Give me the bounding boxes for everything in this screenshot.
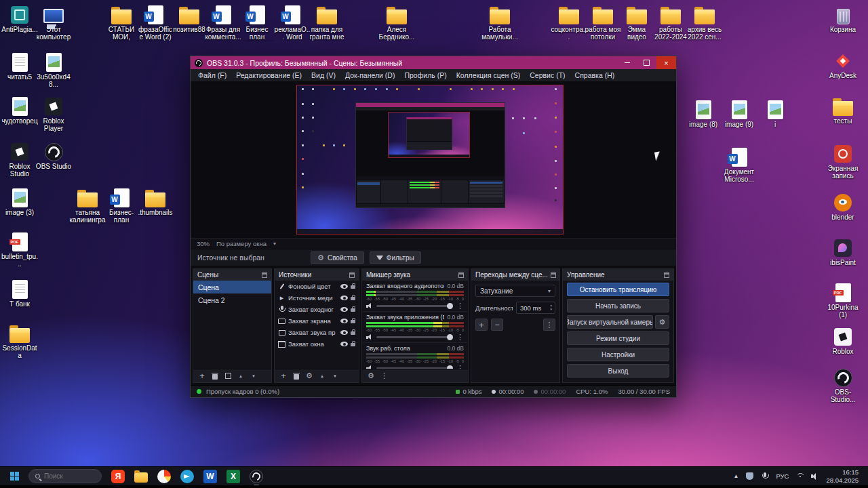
desktop-icon-roblox-player[interactable]: Roblox Player (35, 96, 72, 132)
desktop-icon-roblox[interactable]: Roblox (825, 326, 861, 355)
desktop-icon-recycle-bin[interactable]: Корзина (825, 4, 861, 33)
desktop-icon-ibispaint[interactable]: ibisPaint (825, 237, 861, 266)
control-button[interactable]: Настройки (567, 348, 669, 361)
scene-filters-button[interactable] (224, 373, 231, 379)
desktop-icon-rabota-mamulki[interactable]: Работа мамульки... (481, 4, 518, 41)
start-button[interactable] (5, 468, 23, 485)
virtual-camera-config-button[interactable] (655, 315, 669, 329)
scene-item[interactable]: Сцена 2 (193, 293, 271, 306)
desktop-icon-alesya-berdniko[interactable]: Алеся Берднико... (378, 4, 415, 41)
mixer-menu-button[interactable] (380, 372, 388, 380)
visibility-eye-icon[interactable] (340, 342, 348, 346)
desktop-icon-blender[interactable]: blender (825, 192, 861, 221)
visibility-eye-icon[interactable] (340, 284, 348, 289)
visibility-eye-icon[interactable] (340, 307, 348, 312)
transition-select[interactable]: Затухание ▾ (475, 285, 555, 297)
taskbar-app-obs[interactable] (248, 468, 264, 485)
desktop-icon-obs-studio-shortcut[interactable]: OBS-Studio... (825, 367, 861, 403)
control-button[interactable]: Выход (567, 364, 669, 378)
controls-dock-header[interactable]: Управление (563, 269, 673, 281)
menu-item[interactable]: Вид (V) (307, 70, 340, 81)
menu-item[interactable]: Коллекция сцен (S) (452, 70, 526, 81)
microphone-icon[interactable] (761, 472, 768, 480)
mixer-dock-header[interactable]: Микшер звука (362, 269, 468, 281)
taskbar-app-browser[interactable] (156, 468, 172, 485)
source-item[interactable]: Захват звука пр (275, 327, 359, 338)
taskbar-app-explorer[interactable] (133, 468, 149, 485)
menu-item[interactable]: Профиль (P) (399, 70, 451, 81)
desktop-icon-biznes-plan-tatyana[interactable]: Бизнес-план Татьяна (103, 187, 140, 224)
add-transition-button[interactable] (475, 319, 488, 331)
network-icon[interactable] (796, 472, 804, 480)
clock[interactable]: 16:15 28.04.2025 (826, 468, 859, 485)
popout-icon[interactable] (262, 272, 267, 278)
speaker-icon[interactable] (366, 365, 373, 369)
desktop-icon-arhiv-2022[interactable]: архив весь 2022 сен... (686, 4, 723, 41)
desktop-icon-image-3[interactable]: image (3) (1, 187, 38, 216)
desktop-icon-image-i[interactable]: i (757, 99, 793, 128)
volume-slider-thumb[interactable] (447, 334, 453, 340)
desktop-icon-sotskontra[interactable]: соцконтра... (551, 4, 587, 41)
visibility-eye-icon[interactable] (340, 296, 348, 300)
volume-slider[interactable] (376, 367, 453, 369)
desktop-icon-chudotvorets[interactable]: чудотворец (1, 96, 38, 125)
desktop-icon-image-9[interactable]: image (9) (721, 99, 757, 128)
lock-icon[interactable] (351, 308, 355, 312)
desktop-icon-fraza-office-word[interactable]: фразаOffice Word (2) (137, 4, 174, 41)
language-indicator[interactable]: РУС (776, 472, 789, 480)
remove-transition-button[interactable] (491, 319, 503, 331)
lock-icon[interactable] (351, 285, 355, 289)
taskbar-app-telegram[interactable] (179, 468, 195, 485)
speaker-icon[interactable] (366, 334, 373, 340)
menu-item[interactable]: Док-панели (D) (340, 70, 399, 81)
desktop-icon-reklama-word[interactable]: рекламаO... Word (274, 4, 311, 41)
desktop-icon-sessiondata[interactable]: SessionData (1, 323, 38, 359)
chevron-down-icon[interactable]: ▾ (273, 241, 276, 247)
move-scene-up-button[interactable] (237, 374, 244, 378)
minimize-button[interactable] (617, 56, 637, 69)
desktop-icon-3u50o0xd48[interactable]: 3u50o0xd48... (35, 52, 72, 88)
obs-titlebar[interactable]: OBS 31.0.3 - Профиль: Безымянный - Сцены… (191, 56, 676, 69)
lock-icon[interactable] (351, 297, 355, 300)
source-item[interactable]: Захват окна (275, 338, 359, 350)
menu-item[interactable]: Редактирование (E) (231, 70, 307, 81)
properties-button[interactable]: Свойства (311, 251, 364, 264)
zoom-fit-mode[interactable]: По размеру окна (216, 240, 267, 247)
popout-icon[interactable] (664, 272, 669, 278)
source-properties-button[interactable] (306, 372, 313, 380)
desktop-icon-antiplagiat[interactable]: AntiPlagia... (1, 4, 38, 33)
move-source-up-button[interactable] (319, 374, 326, 378)
transitions-dock-header[interactable]: Переходы между сце... (471, 269, 559, 281)
preview-screen-capture[interactable] (296, 85, 564, 235)
desktop-icon-chitat5[interactable]: читать5 (1, 52, 38, 81)
move-source-down-button[interactable] (332, 374, 338, 378)
desktop-icon-papka-granta[interactable]: папка для гранта мне (309, 4, 345, 41)
remove-source-button[interactable] (293, 373, 300, 380)
control-button[interactable]: Остановить трансляцию (567, 283, 669, 296)
menu-item[interactable]: Файл (F) (193, 70, 231, 81)
volume-slider-thumb[interactable] (447, 303, 453, 309)
source-item[interactable]: Захват входног (275, 304, 359, 315)
desktop-icon-testy[interactable]: тесты (825, 96, 861, 125)
desktop-icon-tatyana-kaliningrad[interactable]: татьяна калининград (69, 187, 106, 224)
desktop-icon-t-bank[interactable]: Т банк (1, 279, 38, 308)
sources-dock-header[interactable]: Источники (275, 269, 359, 281)
spinner-arrows-icon[interactable]: ▲▼ (550, 304, 553, 311)
popout-icon[interactable] (551, 272, 556, 278)
preview-area[interactable] (191, 82, 676, 238)
popout-icon[interactable] (458, 272, 464, 278)
desktop-icon-biznes-plan-primer[interactable]: Бизнес план _ПРИМЕР (239, 4, 275, 41)
desktop-icon-stati-moi[interactable]: СТАТЬИ МОИ, НАБ... (103, 4, 140, 41)
volume-icon[interactable] (811, 472, 818, 480)
desktop-icon-anydesk[interactable]: AnyDesk (825, 50, 861, 79)
desktop-icon-pozitiv88[interactable]: позитив88 (171, 4, 208, 33)
move-scene-down-button[interactable] (250, 374, 257, 378)
source-item[interactable]: Источник меди (275, 292, 359, 304)
scene-item[interactable]: Сцена (193, 281, 271, 293)
transition-properties-button[interactable] (543, 319, 555, 331)
remove-scene-button[interactable] (212, 373, 218, 380)
advanced-audio-button[interactable] (368, 372, 374, 380)
menu-item[interactable]: Справка (H) (570, 70, 620, 81)
desktop-icon-emma-video[interactable]: Эмма видео (618, 4, 655, 41)
add-scene-button[interactable] (199, 371, 205, 380)
